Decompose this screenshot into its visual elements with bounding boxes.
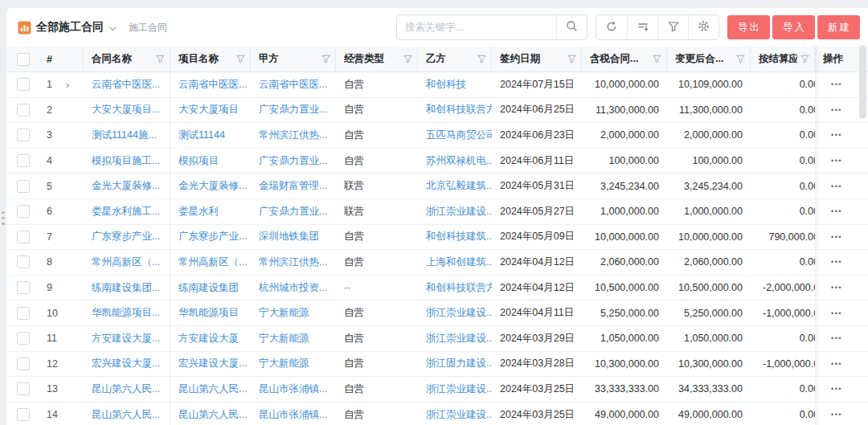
column-header-index[interactable]: #	[39, 47, 84, 72]
row-checkbox[interactable]	[17, 205, 30, 218]
filter-icon[interactable]	[236, 55, 245, 63]
project-name-link[interactable]: 测试11144	[170, 129, 251, 142]
more-actions-button[interactable]: •••	[831, 207, 842, 215]
row-checkbox[interactable]	[17, 382, 30, 395]
filter-icon[interactable]	[321, 55, 330, 63]
party-a-link[interactable]: 昆山市张浦镇...	[251, 382, 336, 396]
row-checkbox[interactable]	[17, 180, 30, 193]
contract-name-link[interactable]: 模拟项目施工...	[84, 149, 170, 174]
sort-button[interactable]	[627, 15, 657, 39]
party-a-link[interactable]: 金瑞财富管理...	[251, 179, 336, 193]
more-actions-button[interactable]: •••	[831, 80, 842, 88]
more-actions-button[interactable]: •••	[831, 233, 842, 241]
contract-name-link[interactable]: 方安建设大厦...	[84, 326, 170, 351]
row-checkbox[interactable]	[17, 408, 30, 421]
party-b-link[interactable]: 上海和创建筑...	[418, 255, 492, 269]
contract-name-link[interactable]: 大安大厦项目...	[84, 98, 170, 123]
column-header-ops[interactable]: 操作	[815, 47, 858, 72]
party-a-link[interactable]: 广安鼎力置业...	[251, 154, 336, 168]
party-b-link[interactable]: 苏州双禄机电...	[418, 154, 492, 168]
vertical-scrollbar-thumb[interactable]	[859, 45, 866, 119]
project-name-link[interactable]: 模拟项目	[170, 154, 251, 168]
more-actions-button[interactable]: •••	[831, 360, 842, 368]
project-name-link[interactable]: 娄星水利	[170, 205, 251, 219]
party-a-link[interactable]: 广安鼎力置业...	[251, 205, 336, 219]
more-actions-button[interactable]: •••	[831, 411, 842, 419]
contract-name-link[interactable]: 娄星水利施工...	[84, 199, 170, 224]
create-button[interactable]: 新建	[817, 15, 860, 39]
row-checkbox[interactable]	[17, 129, 30, 141]
table-row[interactable]: 6娄星水利施工...娄星水利广安鼎力置业...联营浙江崇业建设...2024年0…	[6, 199, 868, 225]
contract-name-link[interactable]: 昆山第六人民...	[84, 377, 170, 402]
contract-name-link[interactable]: 华凯能源项目...	[84, 300, 170, 325]
project-name-link[interactable]: 金光大厦装修...	[170, 179, 251, 193]
column-header-settlement[interactable]: 按结算应...	[751, 47, 815, 72]
party-a-link[interactable]: 深圳地铁集团	[251, 230, 336, 243]
table-row[interactable]: 8常州高新区（...常州高新区（...常州滨江供热...自营上海和创建筑...2…	[6, 250, 868, 276]
search-input[interactable]	[397, 16, 556, 39]
column-header-amount-after-change[interactable]: 变更后合...	[667, 47, 751, 72]
search-button[interactable]	[556, 15, 587, 39]
contract-name-link[interactable]: 练南建设集团...	[84, 276, 170, 300]
filter-button[interactable]	[657, 15, 688, 39]
party-b-link[interactable]: 和创科技	[418, 78, 492, 92]
drag-handle-icon[interactable]	[2, 211, 5, 228]
column-header-party-b[interactable]: 乙方	[418, 47, 492, 72]
refresh-button[interactable]	[596, 15, 627, 39]
project-name-link[interactable]: 方安建设大厦	[170, 332, 251, 345]
select-all-checkbox[interactable]	[17, 53, 30, 66]
party-b-link[interactable]: 浙江崇业建设...	[418, 382, 492, 396]
party-b-link[interactable]: 和创科技联营方	[418, 103, 492, 116]
party-b-link[interactable]: 浙江崇业建设...	[418, 332, 492, 345]
export-button[interactable]: 导出	[727, 15, 770, 39]
row-checkbox[interactable]	[17, 104, 30, 116]
project-name-link[interactable]: 大安大厦项目	[170, 103, 251, 116]
table-row[interactable]: 13昆山第六人民...昆山第六人民...昆山市张浦镇...自营浙江崇业建设...…	[6, 377, 868, 403]
more-actions-button[interactable]: •••	[831, 334, 842, 342]
party-a-link[interactable]: 宁大新能源	[251, 357, 336, 370]
table-row[interactable]: 10华凯能源项目...华凯能源项目宁大新能源自营浙江崇业建设...2024年04…	[6, 300, 868, 326]
party-a-link[interactable]: 杭州城市投资...	[251, 281, 336, 295]
project-name-link[interactable]: 昆山第六人民...	[170, 382, 251, 396]
filter-icon[interactable]	[653, 55, 661, 63]
table-row[interactable]: 1›云南省中医医...云南省中医医...云南省中医医...自营和创科技2024年…	[6, 72, 868, 98]
contract-name-link[interactable]: 常州高新区（...	[84, 250, 170, 275]
more-actions-button[interactable]: •••	[831, 284, 842, 292]
row-checkbox[interactable]	[17, 358, 30, 370]
party-b-link[interactable]: 浙江崇业建设...	[418, 205, 492, 219]
more-actions-button[interactable]: •••	[831, 309, 842, 317]
table-row[interactable]: 2大安大厦项目...大安大厦项目广安鼎力置业...自营和创科技联营方2024年0…	[6, 98, 868, 124]
more-actions-button[interactable]: •••	[831, 157, 842, 165]
filter-icon[interactable]	[156, 55, 165, 63]
row-checkbox[interactable]	[17, 231, 30, 243]
party-a-link[interactable]: 云南省中医医...	[251, 78, 336, 92]
more-actions-button[interactable]: •••	[831, 385, 842, 393]
settings-button[interactable]	[688, 15, 719, 39]
column-header-business-type[interactable]: 经营类型	[336, 47, 418, 72]
table-row[interactable]: 12宏兴建设大厦...宏兴建设大厦...宁大新能源自营浙江固力建设...2024…	[6, 352, 868, 378]
party-a-link[interactable]: 常州滨江供热...	[251, 255, 336, 269]
filter-icon[interactable]	[800, 55, 809, 63]
project-name-link[interactable]: 广东寮步产业...	[170, 230, 251, 243]
party-a-link[interactable]: 昆山市张浦镇...	[251, 408, 336, 422]
more-actions-button[interactable]: •••	[831, 182, 842, 190]
project-name-link[interactable]: 宏兴建设大厦...	[170, 357, 251, 370]
project-name-link[interactable]: 华凯能源项目	[170, 306, 251, 320]
project-name-link[interactable]: 常州高新区（...	[170, 255, 251, 269]
contract-name-link[interactable]: 测试11144施...	[84, 123, 170, 148]
view-title[interactable]: 全部施工合同	[36, 20, 104, 35]
column-header-sign-date[interactable]: 签约日期	[492, 47, 582, 72]
table-row[interactable]: 3测试11144施...测试11144常州滨江供热...自营五匹马商贸公司202…	[6, 123, 868, 149]
project-name-link[interactable]: 练南建设集团	[170, 281, 251, 295]
table-row[interactable]: 14昆山第六人民...昆山第六人民...昆山市张浦镇...自营浙江崇业建设...…	[6, 403, 868, 425]
party-b-link[interactable]: 五匹马商贸公司	[418, 129, 492, 142]
table-row[interactable]: 5金光大厦装修...金光大厦装修...金瑞财富管理...联营北京弘毅建筑...2…	[6, 174, 868, 199]
contract-name-link[interactable]: 金光大厦装修...	[84, 174, 170, 198]
more-actions-button[interactable]: •••	[831, 106, 842, 114]
table-row[interactable]: 9练南建设集团...练南建设集团杭州城市投资...--和创科技联营方2024年0…	[6, 276, 868, 301]
row-checkbox[interactable]	[17, 332, 30, 345]
party-b-link[interactable]: 和创科技建筑...	[418, 230, 492, 243]
contract-name-link[interactable]: 广东寮步产业...	[84, 225, 170, 250]
filter-icon[interactable]	[403, 55, 412, 63]
sidebar-collapse-strip[interactable]	[0, 0, 6, 425]
